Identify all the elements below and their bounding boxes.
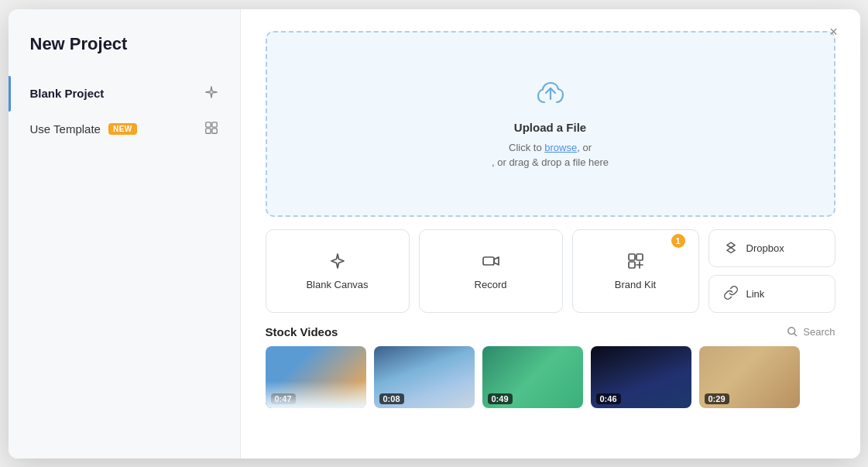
dropbox-button[interactable]: Dropbox: [708, 229, 835, 267]
upload-subtitle: Click to browse, or, or drag & drop a fi…: [492, 140, 609, 170]
link-icon: [723, 285, 739, 303]
close-button[interactable]: ×: [823, 22, 845, 43]
svg-rect-6: [636, 254, 643, 260]
video-duration-5: 0:29: [705, 393, 729, 404]
sidebar-item-label: Use Template: [30, 122, 101, 136]
stock-videos-section: Stock Videos Search 0:47 0:08 0:49: [266, 325, 835, 408]
svg-rect-5: [629, 254, 635, 260]
new-project-modal: New Project Blank Project Use Template N…: [9, 9, 860, 458]
stock-search-label: Search: [803, 326, 835, 338]
svg-rect-3: [211, 128, 216, 132]
svg-rect-0: [205, 122, 210, 126]
video-duration-2: 0:08: [379, 393, 404, 404]
link-button[interactable]: Link: [708, 275, 835, 313]
video-duration-4: 0:46: [596, 393, 621, 404]
brand-kit-badge: 1: [671, 234, 685, 248]
sidebar-item-label: Blank Project: [30, 87, 105, 100]
video-duration-3: 0:49: [488, 393, 513, 404]
dropbox-label: Dropbox: [746, 242, 784, 254]
upload-icon: [535, 77, 566, 112]
dropbox-icon: [723, 239, 739, 257]
template-icon: [204, 121, 218, 138]
video-thumb-4[interactable]: 0:46: [591, 346, 691, 408]
main-content: × Upload a File Click to browse, or, or …: [241, 9, 860, 458]
sidebar-item-blank-project[interactable]: Blank Project: [9, 76, 240, 112]
sidebar-item-use-template[interactable]: Use Template NEW: [9, 112, 240, 147]
record-icon: [482, 252, 500, 273]
modal-title: New Project: [9, 34, 240, 76]
video-duration-1: 0:47: [271, 393, 296, 404]
link-label: Link: [746, 288, 765, 300]
video-thumb-3[interactable]: 0:49: [482, 346, 583, 408]
new-badge: NEW: [108, 123, 137, 135]
record-button[interactable]: Record: [419, 229, 563, 313]
blank-canvas-button[interactable]: Blank Canvas: [266, 229, 410, 313]
stock-header: Stock Videos Search: [266, 325, 835, 338]
sidebar: New Project Blank Project Use Template N…: [9, 9, 241, 458]
svg-rect-2: [205, 128, 210, 132]
upload-title: Upload a File: [514, 121, 586, 134]
brand-kit-label: Brand Kit: [615, 279, 656, 290]
video-thumb-2[interactable]: 0:08: [374, 346, 475, 408]
action-buttons-row: Blank Canvas Record: [266, 229, 835, 313]
brand-kit-wrapper: Brand Kit 1: [572, 229, 699, 313]
svg-rect-7: [629, 262, 635, 268]
browse-link[interactable]: browse: [544, 142, 577, 153]
blank-canvas-icon: [328, 252, 347, 273]
svg-rect-1: [211, 122, 216, 126]
right-actions: Dropbox Link: [708, 229, 835, 313]
sparkle-icon: [204, 85, 218, 102]
record-label: Record: [475, 279, 507, 290]
video-thumb-1[interactable]: 0:47: [266, 346, 366, 408]
stock-search-button[interactable]: Search: [786, 325, 835, 338]
stock-title: Stock Videos: [266, 325, 338, 338]
video-grid: 0:47 0:08 0:49 0:46 0:29: [266, 346, 835, 408]
blank-canvas-label: Blank Canvas: [306, 279, 368, 290]
upload-area[interactable]: Upload a File Click to browse, or, or dr…: [266, 31, 835, 217]
brand-kit-icon: [626, 252, 645, 273]
video-thumb-5[interactable]: 0:29: [699, 346, 800, 408]
svg-rect-4: [483, 257, 494, 265]
